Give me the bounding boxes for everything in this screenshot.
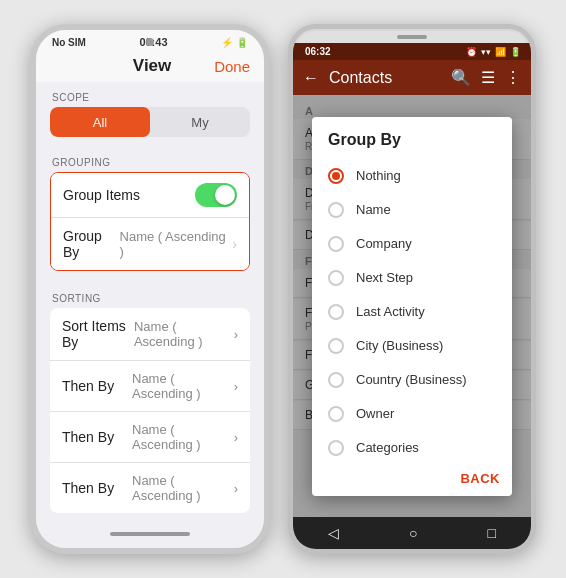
dialog-option-city[interactable]: City (Business) — [312, 329, 512, 363]
option-owner-label: Owner — [356, 406, 394, 421]
sorting-rows: Sort Items By Name ( Ascending ) › Then … — [50, 308, 250, 513]
radio-company — [328, 236, 344, 252]
android-nav-bar: ◁ ○ □ — [293, 517, 531, 549]
radio-owner — [328, 406, 344, 422]
android-search-icon[interactable]: 🔍 — [451, 68, 471, 87]
sort-items-by-row[interactable]: Sort Items By Name ( Ascending ) › — [50, 308, 250, 361]
radio-last-activity — [328, 304, 344, 320]
alarm-icon: ⏰ — [466, 47, 477, 57]
option-name-label: Name — [356, 202, 391, 217]
group-by-dialog: Group By Nothing Name Company — [312, 117, 512, 496]
radio-country — [328, 372, 344, 388]
signal-icon: ▾▾ — [481, 47, 491, 57]
android-status-bar: 06:32 ⏰ ▾▾ 📶 🔋 — [293, 43, 531, 60]
sort-items-by-value: Name ( Ascending ) — [134, 319, 231, 349]
group-by-row[interactable]: Group By Name ( Ascending ) › — [51, 218, 249, 270]
bluetooth-icon: ⚡ — [221, 37, 233, 48]
sorting-label: SORTING — [36, 283, 264, 308]
sort-items-by-value-area: Name ( Ascending ) › — [134, 319, 238, 349]
ios-carrier: No SIM — [52, 37, 86, 48]
android-toolbar-title: Contacts — [329, 69, 441, 87]
then-by-row-1[interactable]: Then By Name ( Ascending ) › — [50, 361, 250, 412]
then-by-value-3: Name ( Ascending ) — [132, 473, 231, 503]
android-nav-back-button[interactable]: ◁ — [328, 525, 339, 541]
option-city-label: City (Business) — [356, 338, 443, 353]
grouping-box: Group Items Group By Name ( Ascending ) … — [50, 172, 250, 271]
ios-nav-title: View — [133, 56, 171, 76]
then-by-label-3: Then By — [62, 480, 132, 496]
dialog-footer: BACK — [312, 465, 512, 496]
ios-nav-done-button[interactable]: Done — [214, 58, 250, 75]
ios-home-button[interactable] — [110, 532, 190, 536]
radio-name — [328, 202, 344, 218]
then-by-value-area-2: Name ( Ascending ) › — [132, 422, 238, 452]
wifi-icon: 📶 — [495, 47, 506, 57]
android-more-icon[interactable]: ⋮ — [505, 68, 521, 87]
option-nothing-label: Nothing — [356, 168, 401, 183]
then-by-label-2: Then By — [62, 429, 132, 445]
group-items-row[interactable]: Group Items — [51, 173, 249, 218]
battery-icon: 🔋 — [236, 37, 248, 48]
then-by-row-3[interactable]: Then By Name ( Ascending ) › — [50, 463, 250, 513]
dialog-option-nothing[interactable]: Nothing — [312, 159, 512, 193]
option-categories-label: Categories — [356, 440, 419, 455]
ios-status-bar: No SIM 06:43 ⚡ 🔋 — [36, 30, 264, 50]
battery-android-icon: 🔋 — [510, 47, 521, 57]
group-by-value-area: Name ( Ascending ) › — [120, 229, 237, 259]
then-by-value-area-3: Name ( Ascending ) › — [132, 473, 238, 503]
group-items-toggle[interactable] — [195, 183, 237, 207]
dialog-option-last-activity[interactable]: Last Activity — [312, 295, 512, 329]
scope-segment: All My — [50, 107, 250, 137]
option-country-label: Country (Business) — [356, 372, 467, 387]
ios-status-icons: ⚡ 🔋 — [221, 37, 248, 48]
radio-next-step — [328, 270, 344, 286]
option-last-activity-label: Last Activity — [356, 304, 425, 319]
dialog-title: Group By — [312, 117, 512, 159]
android-content: A A... R... D Da... Fr... Di... F Fe... — [293, 95, 531, 517]
dialog-overlay: Group By Nothing Name Company — [293, 95, 531, 517]
option-next-step-label: Next Step — [356, 270, 413, 285]
dialog-option-name[interactable]: Name — [312, 193, 512, 227]
radio-nothing — [328, 168, 344, 184]
scope-label: SCOPE — [36, 82, 264, 107]
group-by-label: Group By — [63, 228, 120, 260]
dialog-option-owner[interactable]: Owner — [312, 397, 512, 431]
radio-categories — [328, 440, 344, 456]
then-by-value-2: Name ( Ascending ) — [132, 422, 231, 452]
scene: No SIM 06:43 ⚡ 🔋 View Done SCOPE All My … — [20, 14, 546, 564]
then-by-value-area-1: Name ( Ascending ) › — [132, 371, 238, 401]
android-time: 06:32 — [303, 46, 331, 57]
dialog-option-country[interactable]: Country (Business) — [312, 363, 512, 397]
scope-all-button[interactable]: All — [50, 107, 150, 137]
android-nav-home-button[interactable]: ○ — [409, 525, 417, 541]
ios-camera — [146, 38, 154, 46]
then-by-chevron-icon-2: › — [234, 430, 238, 445]
then-by-chevron-icon-3: › — [234, 481, 238, 496]
dialog-option-categories[interactable]: Categories — [312, 431, 512, 465]
grouping-label: GROUPING — [36, 147, 264, 172]
chevron-right-icon: › — [232, 236, 237, 252]
android-phone: 06:32 ⏰ ▾▾ 📶 🔋 ← Contacts 🔍 ☰ ⋮ A A... R… — [288, 24, 536, 554]
dialog-option-next-step[interactable]: Next Step — [312, 261, 512, 295]
then-by-label-1: Then By — [62, 378, 132, 394]
android-filter-icon[interactable]: ☰ — [481, 68, 495, 87]
group-items-label: Group Items — [63, 187, 140, 203]
toggle-knob — [215, 185, 235, 205]
ios-content: SCOPE All My GROUPING Group Items Group … — [36, 82, 264, 526]
radio-city — [328, 338, 344, 354]
sort-items-chevron-icon: › — [234, 327, 238, 342]
scope-my-button[interactable]: My — [150, 107, 250, 137]
ios-home-area — [36, 526, 264, 548]
android-back-arrow-icon[interactable]: ← — [303, 69, 319, 87]
dialog-back-button[interactable]: BACK — [460, 471, 500, 486]
then-by-chevron-icon-1: › — [234, 379, 238, 394]
dialog-option-company[interactable]: Company — [312, 227, 512, 261]
then-by-value-1: Name ( Ascending ) — [132, 371, 231, 401]
android-toolbar: ← Contacts 🔍 ☰ ⋮ — [293, 60, 531, 95]
ios-phone: No SIM 06:43 ⚡ 🔋 View Done SCOPE All My … — [30, 24, 270, 554]
android-nav-recent-button[interactable]: □ — [488, 525, 496, 541]
then-by-row-2[interactable]: Then By Name ( Ascending ) › — [50, 412, 250, 463]
sort-items-by-label: Sort Items By — [62, 318, 134, 350]
ios-nav-bar: View Done — [36, 50, 264, 82]
group-by-value: Name ( Ascending ) — [120, 229, 229, 259]
